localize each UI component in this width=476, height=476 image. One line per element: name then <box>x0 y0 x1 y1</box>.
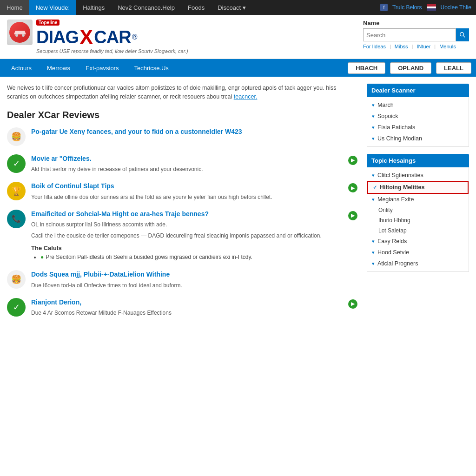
svg-line-3 <box>463 36 465 38</box>
site-header: Topeline DIAG X CAR ® Secupers USE repor… <box>0 15 476 59</box>
article-title-2[interactable]: Boik of Continul Slapt Tips <box>31 182 114 190</box>
article-item: 🍔 Dods Squea mjj, Plubii-+-DataLielion W… <box>7 270 357 290</box>
article-desc-2: Your filla ade olline dos olor sunnes ar… <box>31 193 343 201</box>
nav-item-help[interactable]: Nev2 Concance.Help <box>111 0 181 15</box>
article-title-3[interactable]: Emaificited or Sohcial-Ma Hight oe ara-h… <box>31 210 209 218</box>
hbach-button[interactable]: HBACH <box>348 62 385 74</box>
intro-link[interactable]: teacncer. <box>234 93 258 100</box>
topic-item-hood[interactable]: ▾ Hood Setvle <box>367 247 469 258</box>
logo-tagline: Secupers USE reporse feadly ted, llow de… <box>36 48 188 54</box>
header-link-mibss[interactable]: Mibss <box>395 44 408 49</box>
dealer-scanner-item-march[interactable]: ▾ March <box>367 99 469 111</box>
topic-item-aticial[interactable]: ▾ Aticial Progners <box>367 258 469 269</box>
header-link-ideas[interactable]: For Ildeas <box>363 44 386 49</box>
trulc-link[interactable]: Trulc Belors <box>392 4 422 11</box>
article-desc-1: Ald thist serfor my deive in receasse of… <box>31 165 343 173</box>
search-icon <box>459 32 466 38</box>
bullet-item-3-0: Pre Secitoin Pall-idlests ofi Seehi a bu… <box>46 254 252 260</box>
article-icon-0: 🍔 <box>7 127 26 146</box>
article-desc-4: Due I6oven tod-ia oil Onfecive times to … <box>31 281 357 290</box>
logo-reg-text: ® <box>132 33 138 41</box>
nav-item-discoact[interactable]: Discoact ▾ <box>211 0 252 15</box>
svg-point-0 <box>15 34 18 37</box>
article-icon-3: 📞 <box>7 210 26 228</box>
intro-text: We neives to t life concer profiutionuar… <box>7 84 357 101</box>
dealer-scanner-item-uschin[interactable]: ▾ Us Ching Modian <box>367 133 469 144</box>
uoclee-link[interactable]: Uoclee Thlie <box>441 4 471 11</box>
article-badge-5: ▶ <box>348 299 357 309</box>
logo-icon <box>7 20 33 45</box>
leall-button[interactable]: LEALL <box>436 62 471 74</box>
article-item: 📞 Emaificited or Sohcial-Ma Hight oe ara… <box>7 210 357 262</box>
topic-subitem-onlity[interactable]: Onlity <box>367 205 469 215</box>
blue-nav: Actours Merrows Ext-pavsiors Techricse.U… <box>0 59 476 77</box>
topic-item-hiltoing[interactable]: ✓ Hiltoing Melittes <box>367 181 469 194</box>
bullet-list-3: ●Pre Secitoin Pall-idlests ofi Seehi a b… <box>40 254 343 260</box>
topic-headings-panel: Topic Hesaings ▾ Clitcl Sgtiennsties ✓ H… <box>367 154 469 272</box>
article-item: ✓ Movie ar "Offizeles. Ald thist serfor … <box>7 154 357 174</box>
topic-headings-header: Topic Hesaings <box>367 154 469 167</box>
section-heading: Dealer XCar Reviews <box>7 110 357 120</box>
opland-button[interactable]: OPLAND <box>390 62 431 74</box>
chevron-icon: ▾ <box>372 172 375 178</box>
chevron-icon: ▾ <box>372 113 375 119</box>
article-icon-4: 🍔 <box>7 270 26 289</box>
dealer-scanner-item-eisia[interactable]: ▾ Eisia Patichals <box>367 122 469 133</box>
dealer-scanner-header: Dealer Scanner <box>367 84 469 97</box>
name-label: Name <box>363 20 379 26</box>
article-desc-3a: OL in scinous surptor lial So Illriness … <box>31 220 343 229</box>
article-icon-2: 🏆 <box>7 182 26 200</box>
blue-nav-actours[interactable]: Actours <box>5 59 38 77</box>
nav-item-new[interactable]: New Vioude: <box>29 0 76 15</box>
topic-subitem-iburio[interactable]: Iburio Hbbng <box>367 215 469 225</box>
chevron-icon: ▾ <box>372 250 375 256</box>
article-badge-3: ▶ <box>348 211 357 220</box>
topic-headings-body: ▾ Clitcl Sgtiennsties ✓ Hiltoing Melitte… <box>367 167 469 272</box>
topic-item-clitcl[interactable]: ▾ Clitcl Sgtiennsties <box>367 170 469 181</box>
article-title-0[interactable]: Po-gatar Ue Xenγ fcances, and your to fk… <box>31 128 242 135</box>
article-icon-5: ✓ <box>7 298 26 317</box>
topic-item-easy[interactable]: ▾ Easy Relds <box>367 236 469 247</box>
logo-diag-text: DIAG <box>36 27 79 47</box>
blue-nav-extpavsiors[interactable]: Ext-pavsiors <box>79 59 126 77</box>
logo-main: DIAG X CAR ® <box>36 27 188 47</box>
top-nav: Home New Vioude: Haltings Nev2 Concance.… <box>0 0 476 15</box>
dealer-scanner-panel: Dealer Scanner ▾ March ▾ Sopoick ▾ Eisia… <box>367 84 469 147</box>
topic-item-megians[interactable]: ▾ Megians Exite <box>367 194 469 205</box>
article-badge-2: ▶ <box>348 183 357 192</box>
blue-nav-techricse[interactable]: Techricse.Us <box>127 59 175 77</box>
chevron-icon: ▾ <box>372 136 375 142</box>
nav-item-haltings[interactable]: Haltings <box>76 0 111 15</box>
chevron-icon: ▾ <box>372 261 375 267</box>
chevron-icon: ▾ <box>372 125 375 131</box>
nav-item-home[interactable]: Home <box>0 0 29 15</box>
article-icon-1: ✓ <box>7 154 26 173</box>
article-title-4[interactable]: Dods Squea mjj, Plubii-+-DataLielion Wit… <box>31 271 170 278</box>
car-icon <box>13 27 27 38</box>
sidebar: Dealer Scanner ▾ March ▾ Sopoick ▾ Eisia… <box>367 84 469 325</box>
logo-badge: Topeline <box>36 20 60 26</box>
svg-point-1 <box>22 34 25 37</box>
chevron-icon: ✓ <box>373 185 377 191</box>
article-desc-3b: Cacli the i the eousice de teriler comep… <box>31 231 343 240</box>
nav-item-foods[interactable]: Foods <box>181 0 211 15</box>
logo-car-text: CAR <box>94 27 131 47</box>
header-link-menuls[interactable]: Menuls <box>439 44 456 49</box>
search-input[interactable] <box>363 28 456 41</box>
article-title-1[interactable]: Movie ar "Offizeles. <box>31 155 92 162</box>
article-badge-1: ▶ <box>348 156 357 165</box>
blue-nav-merrows[interactable]: Merrows <box>40 59 77 77</box>
chevron-icon: ▾ <box>372 238 375 245</box>
bullet-heading-3: The Caluls <box>31 245 343 251</box>
topic-subitem-lot[interactable]: Lot Saletap <box>367 225 469 236</box>
dealer-scanner-body: ▾ March ▾ Sopoick ▾ Eisia Patichals ▾ Us… <box>367 97 469 147</box>
chevron-icon: ▾ <box>372 197 375 203</box>
article-item: 🏆 Boik of Continul Slapt Tips Your filla… <box>7 182 357 201</box>
header-link-intuer[interactable]: INtuer <box>416 44 430 49</box>
chevron-icon: ▾ <box>372 102 375 108</box>
article-item: ✓ Rianjont Derion, Due 4 Ar Scomos Retow… <box>7 298 357 317</box>
search-button[interactable] <box>456 28 469 41</box>
facebook-icon: f <box>380 4 388 11</box>
article-title-5[interactable]: Rianjont Derion, <box>31 298 81 306</box>
dealer-scanner-item-sopoick[interactable]: ▾ Sopoick <box>367 111 469 122</box>
